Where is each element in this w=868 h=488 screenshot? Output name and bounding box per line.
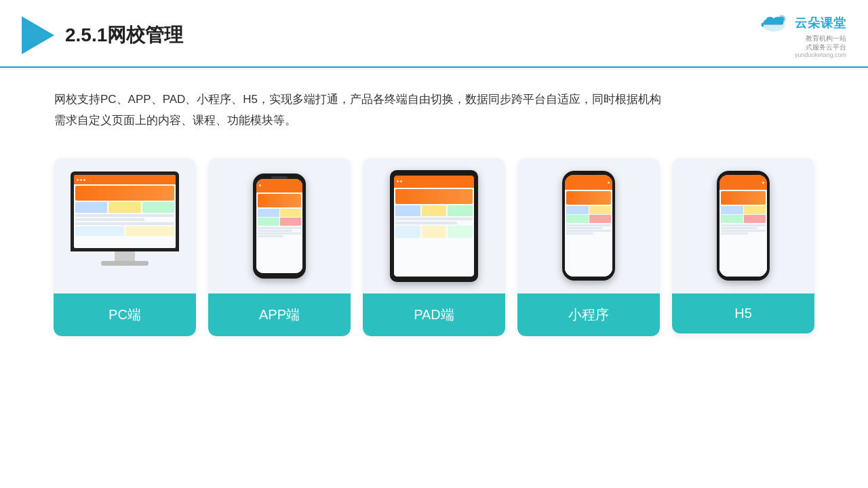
- phone-app-icon: [253, 174, 306, 279]
- description: 网校支持PC、APP、PAD、小程序、H5，实现多端打通，产品各终端自由切换，数…: [0, 68, 868, 144]
- brand-url: yunduoketang.com: [795, 52, 846, 58]
- card-miniapp: 小程序: [517, 158, 660, 336]
- card-image-area-miniapp: [517, 158, 660, 293]
- brand-logo: 云朵课堂 教育机构一站 式服务云平台 yunduoketang.com: [757, 12, 846, 58]
- cloud-icon: [757, 12, 791, 34]
- card-label-h5: H5: [672, 293, 814, 333]
- card-image-area-pc: [54, 158, 196, 293]
- header-right: 云朵课堂 教育机构一站 式服务云平台 yunduoketang.com: [757, 12, 846, 58]
- header-left: 2.5.1网校管理: [22, 16, 183, 54]
- brand-name: 云朵课堂: [795, 15, 846, 31]
- card-pad: PAD端: [363, 158, 505, 336]
- header: 2.5.1网校管理 云朵课堂 教育机构一站 式服务云平台 yunduoketan…: [0, 0, 868, 68]
- description-text: 网校支持PC、APP、PAD、小程序、H5，实现多端打通，产品各终端自由切换，数…: [54, 89, 814, 131]
- phone-miniapp-icon: [562, 171, 615, 281]
- brand-tagline: 教育机构一站 式服务云平台: [806, 34, 846, 52]
- card-image-area-h5: [672, 158, 814, 293]
- cards-container: PC端: [0, 144, 868, 350]
- logo-triangle-icon: [22, 16, 54, 54]
- card-image-area-pad: [363, 158, 505, 293]
- card-pc: PC端: [54, 158, 196, 336]
- card-label-pad: PAD端: [363, 293, 505, 336]
- card-label-app: APP端: [208, 293, 351, 336]
- card-label-pc: PC端: [54, 293, 196, 336]
- tablet-pad-icon: [390, 170, 478, 282]
- phone-h5-icon: [717, 171, 770, 281]
- page-title: 2.5.1网校管理: [65, 22, 183, 48]
- brand-icon: 云朵课堂: [757, 12, 846, 34]
- card-app: APP端: [208, 158, 351, 336]
- pc-monitor-icon: [67, 171, 182, 280]
- card-label-miniapp: 小程序: [517, 293, 660, 336]
- card-h5: H5: [672, 158, 814, 336]
- svg-point-2: [779, 17, 784, 22]
- card-image-area-app: [208, 158, 351, 293]
